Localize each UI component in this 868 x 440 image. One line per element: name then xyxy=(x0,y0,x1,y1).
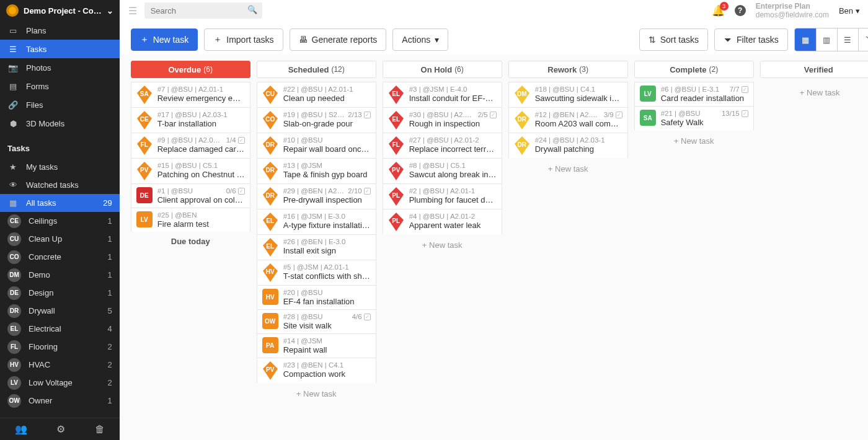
task-meta: #19 | @BSU | S2.0… xyxy=(283,111,346,118)
nav-tasks[interactable]: ☰Tasks xyxy=(0,40,120,58)
search-input[interactable] xyxy=(144,2,262,19)
nav-photos[interactable]: 📷Photos xyxy=(0,58,120,77)
column-header[interactable]: On Hold (6) xyxy=(383,61,502,78)
nav-plans[interactable]: ▭Plans xyxy=(0,21,120,40)
column-header[interactable]: Verified xyxy=(760,61,868,78)
task-card[interactable]: CU#22 | @BSU | A2.01-1Clean up needed xyxy=(257,82,376,107)
task-card[interactable]: PV#8 | @BSU | C5.1Sawcut along break in … xyxy=(383,158,502,183)
column-count: (6) xyxy=(454,65,464,74)
task-card[interactable]: DR#13 | @JSMTape & finish gyp board xyxy=(257,158,376,183)
category-badge: EL xyxy=(7,322,21,336)
category-ceilings[interactable]: CECeilings1 xyxy=(0,212,120,230)
task-card[interactable]: HV#20 | @BSUEF-4 fan installation xyxy=(257,285,376,309)
task-card[interactable]: LV#25 | @BENFire alarm test xyxy=(131,208,250,232)
task-pin: HV xyxy=(262,263,278,282)
task-pin: PV xyxy=(136,162,153,180)
task-card[interactable]: OW#28 | @BSU4/6 ✓Site visit walk xyxy=(257,309,376,333)
nav-files[interactable]: 🔗Files xyxy=(0,95,120,114)
task-card[interactable]: HV#5 | @JSM | A2.01-1T-stat conflicts wi… xyxy=(257,260,376,285)
task-card[interactable]: FL#27 | @BSU | A2.01-2Replace incorrect … xyxy=(383,133,502,158)
task-meta: #5 | @JSM | A2.01-1 xyxy=(283,263,371,271)
task-card[interactable]: DE#1 | @BSU0/6 ✓Client approval on color… xyxy=(131,183,250,208)
generate-reports-button[interactable]: 🖶Generate reports xyxy=(290,29,387,51)
notifications-button[interactable]: 🔔3 xyxy=(712,4,725,17)
task-card[interactable]: EL#30 | @BSU | A2.…2/5 ✓Rough in inspect… xyxy=(383,107,502,133)
category-clean-up[interactable]: CUClean Up1 xyxy=(0,230,120,248)
column-header[interactable]: Scheduled (12) xyxy=(257,61,376,78)
search-icon[interactable]: 🔍 xyxy=(247,5,257,14)
category-flooring[interactable]: FLFlooring2 xyxy=(0,338,120,356)
column-on-hold: On Hold (6)EL#3 | @JSM | E-4.0Install co… xyxy=(383,61,502,434)
checklist-count: 4/6 ✓ xyxy=(352,313,371,320)
category-hvac[interactable]: HVHVAC2 xyxy=(0,356,120,374)
task-card[interactable]: PL#2 | @BSU | A2.01-1Plumbing for faucet… xyxy=(383,183,502,209)
column-scheduled: Scheduled (12)CU#22 | @BSU | A2.01-1Clea… xyxy=(257,61,376,434)
task-card[interactable]: SA#21 | @BSU13/15 ✓Safety Walk xyxy=(634,106,754,130)
task-card[interactable]: LV#6 | @BSU | E-3.17/7 ✓Card reader inst… xyxy=(634,82,754,106)
filter-my-tasks[interactable]: ★ My tasks xyxy=(0,158,120,176)
column-count: (3) xyxy=(579,65,588,74)
task-card[interactable]: DR#24 | @BSU | A2.03-1Drywall patching xyxy=(508,133,628,158)
category-low-voltage[interactable]: LVLow Voltage2 xyxy=(0,374,120,392)
view-kanban[interactable]: ▦ xyxy=(795,29,816,51)
trash-icon[interactable]: 🗑 xyxy=(95,424,105,435)
task-card[interactable]: EL#16 | @JSM | E-3.0A-type fixture insta… xyxy=(257,209,376,234)
filter-all-tasks[interactable]: ▦ All tasks 29 xyxy=(0,194,120,212)
view-calendar[interactable]: ▥ xyxy=(816,29,837,51)
project-switcher[interactable]: Demo Project - Co… ⌄ xyxy=(0,0,120,21)
task-title: Safety Walk xyxy=(661,118,748,127)
view-analytics[interactable]: 〽 xyxy=(858,29,868,51)
star-icon: ★ xyxy=(7,162,19,172)
task-card[interactable]: DM#18 | @BSU | C4.1Sawcutting sidewalk i… xyxy=(508,82,628,107)
task-card[interactable]: DR#12 | @BEN | A2.…3/9 ✓Room A203 wall c… xyxy=(508,107,628,133)
hamburger-icon[interactable]: ☰ xyxy=(128,5,137,17)
task-card[interactable]: EL#26 | @BEN | E-3.0Install exit sign xyxy=(257,234,376,260)
category-demo[interactable]: DMDemo1 xyxy=(0,266,120,284)
gear-icon[interactable]: ⚙ xyxy=(56,423,65,435)
task-card[interactable]: EL#3 | @JSM | E-4.0Install conduit for E… xyxy=(383,82,502,107)
task-card[interactable]: DR#10 | @BSURepair wall board once t… xyxy=(257,133,376,158)
nav-3d-models[interactable]: ⬢3D Models xyxy=(0,114,120,133)
task-card[interactable]: PA#14 | @JSMRepaint wall xyxy=(257,333,376,358)
task-card[interactable]: DR#29 | @BEN | A2…2/10 ✓Pre-drywall insp… xyxy=(257,183,376,209)
category-drywall[interactable]: DRDrywall5 xyxy=(0,302,120,320)
add-task-button[interactable]: + New task xyxy=(760,82,868,103)
task-title: Pre-drywall inspection xyxy=(283,195,371,205)
category-owner[interactable]: OWOwner1 xyxy=(0,392,120,410)
task-card[interactable]: SA#7 | @BSU | A2.01-1Review emergency eg… xyxy=(131,82,250,107)
category-concrete[interactable]: COConcrete1 xyxy=(0,248,120,266)
view-gantt[interactable]: ☰ xyxy=(837,29,858,51)
checkbox-icon: ✓ xyxy=(238,188,245,195)
category-design[interactable]: DEDesign1 xyxy=(0,284,120,302)
column-header[interactable]: Overdue (6) xyxy=(131,61,250,78)
users-icon[interactable]: 👥 xyxy=(15,423,27,435)
task-card[interactable]: PV#23 | @BEN | C4.1Compaction work xyxy=(257,358,376,383)
task-card[interactable]: PL#4 | @BSU | A2.01-2Apparent water leak xyxy=(383,209,502,234)
add-task-button[interactable]: + New task xyxy=(508,158,628,180)
task-card[interactable]: CE#17 | @BSU | A2.03-1T-bar installation xyxy=(131,107,250,133)
category-electrical[interactable]: ELElectrical4 xyxy=(0,320,120,338)
filter-tasks-button[interactable]: ⏷Filter tasks xyxy=(714,29,788,51)
column-header[interactable]: Complete (2) xyxy=(634,61,754,78)
task-title: Replace damaged carpe… xyxy=(157,144,245,154)
task-card[interactable]: PV#15 | @BSU | C5.1Patching on Chestnut … xyxy=(131,158,250,183)
user-menu[interactable]: Ben ▾ xyxy=(839,6,860,15)
add-task-button[interactable]: + New task xyxy=(634,130,754,152)
task-card[interactable]: FL#9 | @BSU | A2.0…1/4 ✓Replace damaged … xyxy=(131,133,250,158)
add-task-button[interactable]: + New task xyxy=(257,383,376,405)
task-card[interactable]: CO#19 | @BSU | S2.0…2/13 ✓Slab-on-grade … xyxy=(257,107,376,133)
add-task-button[interactable]: + New task xyxy=(383,234,502,256)
task-meta: #3 | @JSM | E-4.0 xyxy=(409,86,497,93)
import-tasks-button[interactable]: ＋Import tasks xyxy=(204,29,283,51)
nav-icon: 🔗 xyxy=(7,100,19,110)
new-task-button[interactable]: ＋New task xyxy=(131,29,198,51)
filter-watched-tasks[interactable]: 👁 Watched tasks xyxy=(0,176,120,194)
column-header[interactable]: Rework (3) xyxy=(508,61,628,78)
actions-menu[interactable]: Actions▾ xyxy=(392,29,448,51)
sort-tasks-button[interactable]: ⇅Sort tasks xyxy=(639,29,708,51)
nav-forms[interactable]: ▤Forms xyxy=(0,77,120,95)
checklist-count: 0/6 ✓ xyxy=(226,187,245,195)
category-count: 2 xyxy=(107,342,112,351)
help-button[interactable]: ? xyxy=(735,5,746,16)
task-meta: #8 | @BSU | C5.1 xyxy=(409,162,497,169)
